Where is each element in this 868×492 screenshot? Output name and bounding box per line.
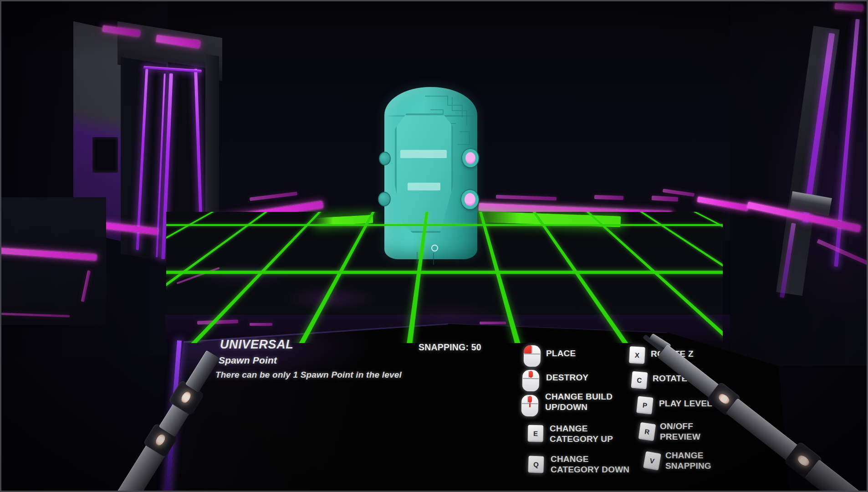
pod-port-light [461,190,479,209]
keycap-v: V [643,451,661,470]
category-title: UNIVERSAL [220,338,293,352]
snapping-value: SNAPPING: 50 [419,342,481,353]
pod-door-panel [395,113,453,233]
mouse-left-button-icon [524,345,541,367]
binding-label: CHANGE CATEGORY DOWN [551,454,630,475]
keycap-p: P [636,396,654,414]
keycap-r: R [638,422,656,441]
floor-dash [250,323,272,326]
pod-ring-detail [431,245,438,251]
keycap-c: C [631,371,648,390]
game-viewport[interactable]: UNIVERSAL Spawn Point There can be only … [0,0,868,492]
binding-label: CHANGE CATEGORY UP [550,423,620,444]
pod-side-bump [379,152,391,165]
door-window [92,137,118,173]
binding-label: ON/OFF PREVIEW [660,421,717,442]
binding-label: CHANGE SNAPPING [665,450,722,471]
pod-side-bump [378,192,391,206]
keycap-e: E [528,425,544,442]
keycap-q: Q [528,456,544,473]
binding-label: DESTROY [546,372,588,383]
floor-dash [480,322,506,324]
mouse-middle-button-icon [522,370,540,392]
mouse-scroll-wheel-icon [521,395,539,417]
pod-seam [433,253,434,265]
item-description: There can be only 1 Spawn Point in the l… [215,370,402,380]
binding-label: CHANGE BUILD UP/DOWN [545,391,623,412]
binding-label: PLACE [546,348,576,359]
pod-seam [417,252,418,264]
pod-port-light [462,149,479,167]
